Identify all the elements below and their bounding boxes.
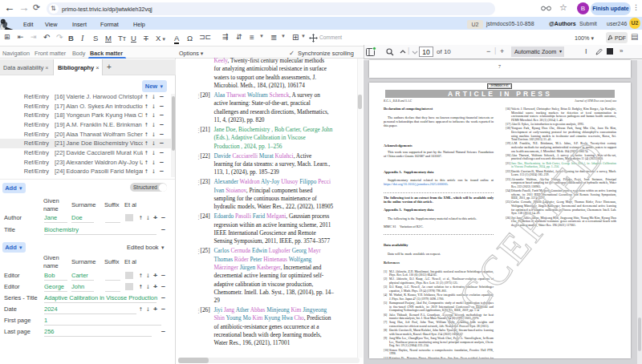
svg-text:ACCEPTED: ACCEPTED	[429, 131, 616, 347]
